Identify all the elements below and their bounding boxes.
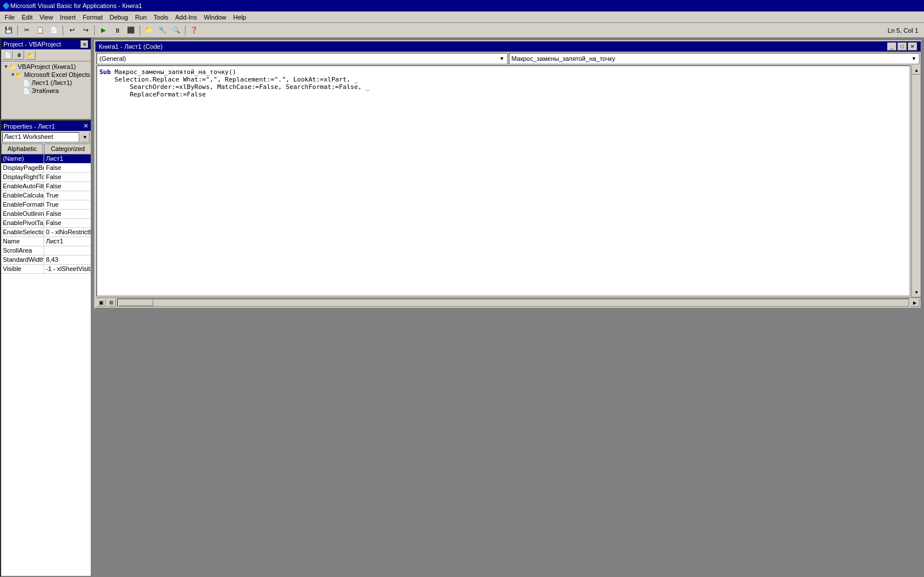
win-close[interactable]: ✕ <box>908 42 917 51</box>
prop-row[interactable]: StandardWidth8,43 <box>1 255 91 265</box>
prop-row[interactable]: EnableSelection0 - xlNoRestrictb <box>1 228 91 237</box>
toolbar-sep-5 <box>185 25 185 36</box>
code-window-title: Книга1 - Лист1 (Code) <box>99 43 163 50</box>
scroll-up-btn[interactable]: ▲ <box>912 65 921 75</box>
menu-addins[interactable]: Add-Ins <box>172 13 200 22</box>
prop-name: StandardWidth <box>1 255 44 264</box>
menu-help[interactable]: Help <box>230 13 250 22</box>
properties-grid: (Name)Лист1DisplayPageBreakFalseDisplayR… <box>1 154 91 576</box>
menu-insert[interactable]: Insert <box>56 13 79 22</box>
toolbar-status: Ln 5, Col 1 <box>884 26 922 35</box>
toolbar-sep-1 <box>17 25 18 36</box>
menu-file[interactable]: File <box>1 13 18 22</box>
menu-window[interactable]: Window <box>200 13 230 22</box>
tree-item-list1[interactable]: 📄 Лист1 (Лист1) <box>16 79 90 87</box>
code-view-btn[interactable]: ▣ <box>96 299 106 307</box>
tab-alphabetic[interactable]: Alphabetic <box>1 144 43 154</box>
prop-row[interactable]: (Name)Лист1 <box>1 154 91 164</box>
project-toolbar: 📄 🖥 📂 <box>1 49 91 61</box>
tree-label-list1: Лист1 (Лист1) <box>32 79 72 86</box>
menu-bar: File Edit View Insert Format Debug Run T… <box>0 11 924 23</box>
code-scrollbar-h[interactable] <box>117 299 909 307</box>
prop-row[interactable]: ScrollArea <box>1 246 91 255</box>
code-general-dropdown[interactable]: (General) ▼ <box>96 53 508 64</box>
menu-view[interactable]: View <box>36 13 57 22</box>
menu-edit[interactable]: Edit <box>18 13 36 22</box>
toolbar-sep-4 <box>140 25 140 36</box>
toolbar-projectexplorer[interactable]: 📁 <box>142 25 155 36</box>
project-panel-title: Project - VBAProject <box>3 41 61 48</box>
win-minimize[interactable]: _ <box>887 42 896 51</box>
prop-name: EnableSelection <box>1 228 44 237</box>
toolbar-cut[interactable]: ✂ <box>20 25 33 36</box>
code-scroll-right[interactable]: ▶ <box>910 299 919 307</box>
prop-row[interactable]: EnableFormatConTrue <box>1 200 91 210</box>
win-restore[interactable]: □ <box>898 42 907 51</box>
toolbar-break[interactable]: ⏸ <box>111 25 123 36</box>
properties-panel-header: Properties - Лист1 ✕ <box>1 121 91 131</box>
project-view-code[interactable]: 📄 <box>2 51 13 60</box>
prop-row[interactable]: NameЛист1 <box>1 237 91 246</box>
prop-name: ScrollArea <box>1 246 44 255</box>
scroll-down-btn[interactable]: ▼ <box>912 288 921 297</box>
prop-name: DisplayPageBreak <box>1 164 44 172</box>
prop-value: -1 - xlSheetVisib <box>44 265 91 273</box>
toolbar-paste[interactable]: 📄 <box>48 25 60 36</box>
tree-label-vbaproject: VBAProject (Книга1) <box>18 63 76 70</box>
menu-run[interactable]: Run <box>132 13 150 22</box>
project-panel-close[interactable]: ✕ <box>80 40 88 48</box>
tree-item-etakniga[interactable]: 📄 ЭтаКнига <box>16 87 90 95</box>
prop-value: 0 - xlNoRestrictb <box>44 228 91 237</box>
toolbar-run[interactable]: ▶ <box>97 25 110 36</box>
scroll-track[interactable] <box>912 75 921 288</box>
prop-row[interactable]: EnableAutoFilterFalse <box>1 182 91 191</box>
title-bar: 🔷 Microsoft Visual Basic for Application… <box>0 0 924 11</box>
prop-value: False <box>44 219 91 227</box>
code-scrollbar-v: ▲ ▼ <box>911 65 921 297</box>
toolbar-properties[interactable]: 🔧 <box>156 25 169 36</box>
toolbar-undo[interactable]: ↩ <box>65 25 78 36</box>
tree-item-excel-objects[interactable]: ▼ 📂 Microsoft Excel Objects <box>9 71 90 79</box>
toolbar-save[interactable]: 💾 <box>2 25 15 36</box>
menu-tools[interactable]: Tools <box>150 13 172 22</box>
code-window: Книга1 - Лист1 (Code) _ □ ✕ (General) ▼ … <box>94 40 922 309</box>
prop-value: False <box>44 173 91 181</box>
tree-item-vbaproject[interactable]: ▼ 📁 VBAProject (Книга1) <box>2 63 90 71</box>
properties-panel-close[interactable]: ✕ <box>83 122 88 130</box>
code-bottom-bar: ▣ ⊞ ▶ <box>95 297 921 308</box>
code-general-arrow: ▼ <box>500 56 505 61</box>
code-macro-label: Макрос_замены_запятой_на_точку <box>512 55 616 62</box>
menu-format[interactable]: Format <box>79 13 106 22</box>
properties-object-dropdown[interactable]: Лист1 Worksheet <box>2 132 79 142</box>
prop-row[interactable]: EnableCalculationTrue <box>1 191 91 200</box>
properties-object-arrow[interactable]: ▼ <box>80 132 90 142</box>
code-macro-dropdown[interactable]: Макрос_замены_запятой_на_точку ▼ <box>509 53 920 64</box>
toolbar-copy[interactable]: 📋 <box>34 25 47 36</box>
code-full-view-btn[interactable]: ⊞ <box>107 299 116 307</box>
toolbar-reset[interactable]: ⬛ <box>125 25 137 36</box>
left-panel: Project - VBAProject ✕ 📄 🖥 📂 ▼ 📁 VBAProj… <box>0 38 92 577</box>
prop-name: Name <box>1 237 44 246</box>
prop-row[interactable]: EnableOutliningFalse <box>1 210 91 219</box>
prop-row[interactable]: EnablePivotTableFalse <box>1 219 91 228</box>
properties-object-select: Лист1 Worksheet ▼ <box>1 131 91 144</box>
prop-row[interactable]: DisplayRightToLeftFalse <box>1 173 91 182</box>
toolbar-objectbrowser[interactable]: 🔍 <box>170 25 183 36</box>
toolbar-redo[interactable]: ↪ <box>79 25 92 36</box>
toolbar-help[interactable]: ❓ <box>188 25 200 36</box>
prop-row[interactable]: Visible-1 - xlSheetVisib <box>1 265 91 274</box>
properties-object-label: Лист1 Worksheet <box>4 133 53 140</box>
tab-categorized[interactable]: Categorized <box>44 144 91 154</box>
prop-name: (Name) <box>1 154 44 163</box>
menu-debug[interactable]: Debug <box>106 13 132 22</box>
toolbar-sep-2 <box>63 25 63 36</box>
project-view-object[interactable]: 🖥 <box>14 51 24 60</box>
prop-value: False <box>44 210 91 218</box>
code-editor[interactable]: Sub Макрос_замены_запятой_на_точку() Sel… <box>96 65 910 296</box>
main-layout: Project - VBAProject ✕ 📄 🖥 📂 ▼ 📁 VBAProj… <box>0 38 924 577</box>
prop-value: True <box>44 191 91 200</box>
prop-row[interactable]: DisplayPageBreakFalse <box>1 164 91 173</box>
gray-area <box>94 309 922 575</box>
prop-value: True <box>44 200 91 209</box>
project-toggle-folders[interactable]: 📂 <box>25 51 36 60</box>
